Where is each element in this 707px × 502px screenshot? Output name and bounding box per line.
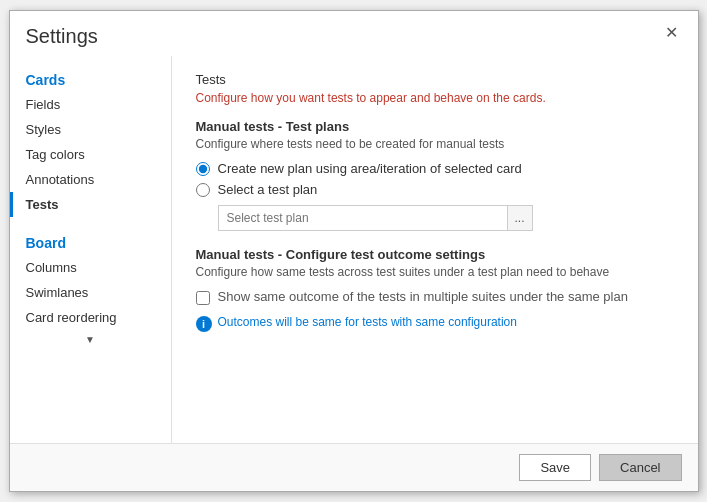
- radio-option-1: Create new plan using area/iteration of …: [196, 161, 674, 176]
- sidebar-section-cards: Cards: [10, 64, 171, 92]
- section-subtitle: Configure how you want tests to appear a…: [196, 91, 674, 105]
- sidebar-item-card-reordering[interactable]: Card reordering: [10, 305, 171, 330]
- info-text: Outcomes will be same for tests with sam…: [218, 315, 517, 329]
- sidebar-expand-icon[interactable]: ▼: [10, 330, 171, 349]
- configure-title: Manual tests - Configure test outcome se…: [196, 247, 674, 262]
- radio-option-2: Select a test plan: [196, 182, 674, 197]
- radio-new-plan[interactable]: [196, 162, 210, 176]
- sidebar-item-columns[interactable]: Columns: [10, 255, 171, 280]
- manual-tests-title: Manual tests - Test plans: [196, 119, 674, 134]
- radio-group: Create new plan using area/iteration of …: [196, 161, 674, 197]
- test-plan-browse-button[interactable]: ...: [508, 205, 533, 231]
- test-plan-input[interactable]: [218, 205, 508, 231]
- info-row: i Outcomes will be same for tests with s…: [196, 315, 674, 332]
- sidebar: Cards Fields Styles Tag colors Annotatio…: [10, 56, 172, 443]
- dialog-title: Settings: [26, 25, 98, 48]
- close-button[interactable]: ✕: [661, 25, 682, 41]
- same-outcome-checkbox[interactable]: [196, 291, 210, 305]
- radio-select-plan[interactable]: [196, 183, 210, 197]
- test-plan-input-row: ...: [218, 205, 674, 231]
- dialog-header: Settings ✕: [10, 11, 698, 56]
- info-icon: i: [196, 316, 212, 332]
- main-content: Tests Configure how you want tests to ap…: [172, 56, 698, 443]
- manual-tests-desc: Configure where tests need to be created…: [196, 137, 674, 151]
- cancel-button[interactable]: Cancel: [599, 454, 681, 481]
- sidebar-item-tag-colors[interactable]: Tag colors: [10, 142, 171, 167]
- configure-desc: Configure how same tests across test sui…: [196, 265, 674, 279]
- settings-dialog: Settings ✕ Cards Fields Styles Tag color…: [9, 10, 699, 492]
- dialog-body: Cards Fields Styles Tag colors Annotatio…: [10, 56, 698, 443]
- sidebar-item-styles[interactable]: Styles: [10, 117, 171, 142]
- sidebar-item-swimlanes[interactable]: Swimlanes: [10, 280, 171, 305]
- section-title: Tests: [196, 72, 674, 87]
- sidebar-item-fields[interactable]: Fields: [10, 92, 171, 117]
- sidebar-section-board: Board: [10, 227, 171, 255]
- sidebar-item-tests[interactable]: Tests: [10, 192, 171, 217]
- sidebar-board-section: Board Columns Swimlanes Card reordering: [10, 227, 171, 330]
- sidebar-item-annotations[interactable]: Annotations: [10, 167, 171, 192]
- save-button[interactable]: Save: [519, 454, 591, 481]
- checkbox-option: Show same outcome of the tests in multip…: [196, 289, 674, 305]
- same-outcome-label[interactable]: Show same outcome of the tests in multip…: [218, 289, 628, 304]
- dialog-footer: Save Cancel: [10, 443, 698, 491]
- radio-new-plan-label[interactable]: Create new plan using area/iteration of …: [218, 161, 522, 176]
- radio-select-plan-label[interactable]: Select a test plan: [218, 182, 318, 197]
